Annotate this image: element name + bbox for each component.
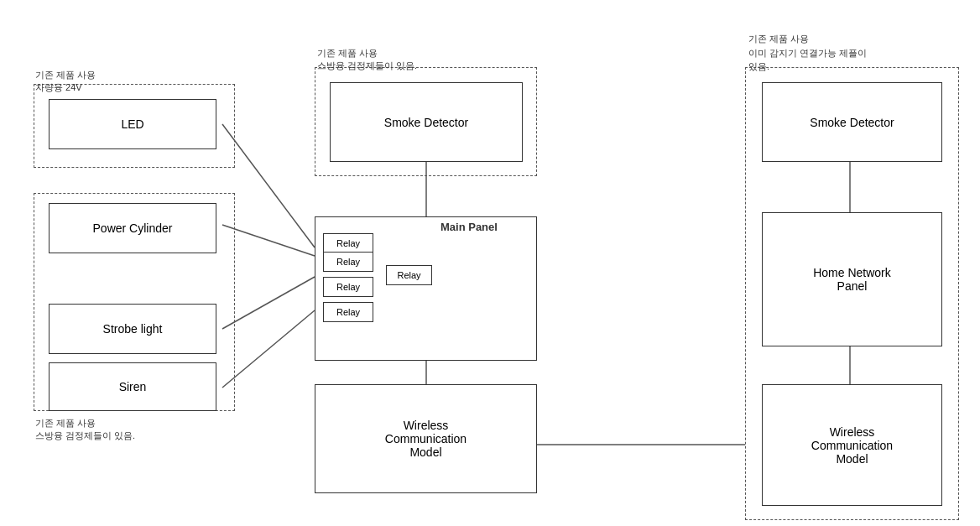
siren-box: Siren xyxy=(49,362,216,411)
svg-line-2 xyxy=(222,277,315,329)
diagram: 기존 제품 사용 자량융 24V LED 기존 제품 사용 스방융 검정제들이 … xyxy=(0,0,980,526)
left-bottom-annotation: 기존 제품 사용 스방융 검정제들이 있음. xyxy=(35,417,135,443)
home-network-panel-box: Home Network Panel xyxy=(762,212,942,346)
relay-center-box: Relay xyxy=(386,265,432,285)
smoke-detector-right-box: Smoke Detector xyxy=(762,82,942,162)
relay2-box: Relay xyxy=(323,252,373,272)
relay1-box: Relay xyxy=(323,233,373,253)
led-box: LED xyxy=(49,99,216,149)
center-top-annotation: 기존 제품 사용 스방융 검정제들이 있음. xyxy=(317,47,417,73)
main-panel-label: Main Panel xyxy=(440,221,498,233)
strobe-light-box: Strobe light xyxy=(49,304,216,354)
smoke-detector-left-box: Smoke Detector xyxy=(330,82,523,162)
svg-line-1 xyxy=(222,225,315,256)
left-top-annotation: 기존 제품 사용 자량융 24V xyxy=(35,69,96,95)
right-top-annotation: 기존 제품 사용 이미 감지기 연결가능 제플이 있음. xyxy=(748,32,867,74)
power-cylinder-box: Power Cylinder xyxy=(49,203,216,253)
wcm-right-box: Wireless Communication Model xyxy=(762,384,942,506)
svg-line-3 xyxy=(222,310,315,388)
relay4-box: Relay xyxy=(323,302,373,322)
svg-line-0 xyxy=(222,124,315,247)
relay3-box: Relay xyxy=(323,277,373,297)
wcm-left-box: Wireless Communication Model xyxy=(315,384,537,493)
